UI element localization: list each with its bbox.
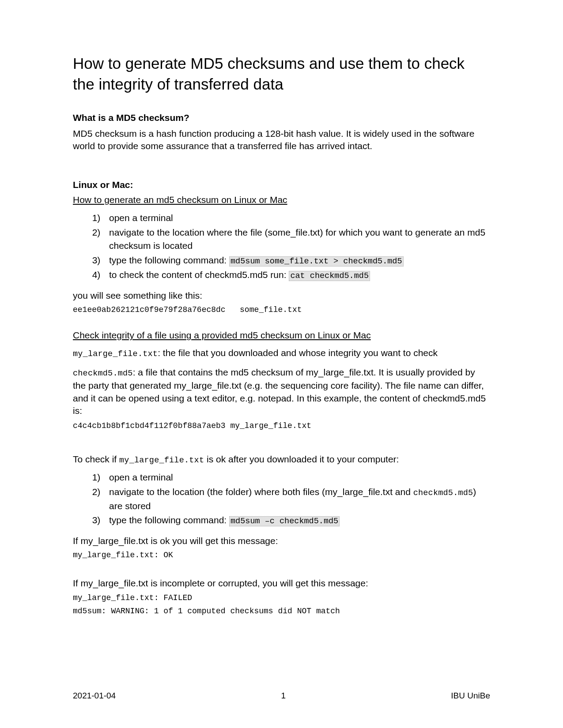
- list-item: open a terminal: [106, 211, 490, 225]
- paragraph-ok-intro: If my_large_file.txt is ok you will get …: [73, 535, 490, 547]
- paragraph-checkmd5-file: checkmd5.md5: a file that contains the m…: [73, 366, 490, 417]
- code-output-generate: ee1ee0ab262121c0f9e79f28a76ec8dc some_fi…: [73, 305, 490, 314]
- page-title: How to generate MD5 checksums and use th…: [73, 53, 490, 95]
- paragraph-output-intro: you will see something like this:: [73, 289, 490, 302]
- sub-heading-check-integrity: Check integrity of a file using a provid…: [73, 330, 490, 341]
- step-text: type the following command:: [109, 515, 229, 525]
- paragraph-whatis: MD5 checksum is a hash function producin…: [73, 128, 490, 153]
- filename-my-large-file: my_large_file.txt: [73, 349, 158, 359]
- step-text: to check the content of checkmd5.md5 run…: [109, 270, 289, 280]
- list-generate-steps: open a terminal navigate to the location…: [73, 211, 490, 282]
- footer-org: IBU UniBe: [451, 691, 490, 701]
- list-item: type the following command: md5sum some_…: [106, 254, 490, 268]
- code-output-failed: my_large_file.txt: FAILED: [73, 593, 490, 602]
- paragraph-large-file: my_large_file.txt: the file that you dow…: [73, 347, 490, 360]
- list-item: type the following command: md5sum –c ch…: [106, 514, 490, 528]
- footer-page-number: 1: [281, 691, 286, 701]
- command-md5sum-check: md5sum –c checkmd5.md5: [229, 516, 340, 526]
- text: navigate to the location (the folder) wh…: [109, 487, 413, 497]
- list-item: navigate to the location (the folder) wh…: [106, 485, 490, 513]
- text: To check if: [73, 454, 119, 464]
- filename-checkmd5: checkmd5.md5: [413, 488, 473, 498]
- code-output-ok: my_large_file.txt: OK: [73, 551, 490, 559]
- filename-checkmd5: checkmd5.md5: [73, 369, 133, 378]
- text: : the file that you downloaded and whose…: [158, 348, 438, 358]
- section-heading-whatis: What is a MD5 checksum?: [73, 113, 490, 123]
- list-item: to check the content of checkmd5.md5 run…: [106, 268, 490, 282]
- paragraph-fail-intro: If my_large_file.txt is incomplete or co…: [73, 577, 490, 589]
- step-text: type the following command:: [109, 255, 229, 265]
- code-output-warning: md5sum: WARNING: 1 of 1 computed checksu…: [73, 607, 490, 615]
- paragraph-to-check: To check if my_large_file.txt is ok afte…: [73, 453, 490, 466]
- footer-date: 2021-01-04: [73, 691, 116, 701]
- sub-heading-generate: How to generate an md5 checksum on Linux…: [73, 195, 490, 205]
- list-item: open a terminal: [106, 471, 490, 484]
- command-cat: cat checkmd5.md5: [289, 271, 370, 281]
- code-checkmd5-content: c4c4cb1b8bf1cbd4f112f0bf88a7aeb3 my_larg…: [73, 421, 490, 430]
- list-verify-steps: open a terminal navigate to the location…: [73, 471, 490, 528]
- list-item: navigate to the location where the file …: [106, 226, 490, 253]
- command-md5sum-generate: md5sum some_file.txt > checkmd5.md5: [229, 256, 404, 266]
- page-footer: 2021-01-04 1 IBU UniBe: [73, 691, 490, 701]
- section-heading-linux-mac: Linux or Mac:: [73, 180, 490, 190]
- document-page: How to generate MD5 checksums and use th…: [0, 0, 563, 728]
- text: is ok after you downloaded it to your co…: [204, 454, 399, 464]
- text: : a file that contains the md5 checksum …: [73, 367, 486, 416]
- filename-my-large-file: my_large_file.txt: [119, 456, 204, 465]
